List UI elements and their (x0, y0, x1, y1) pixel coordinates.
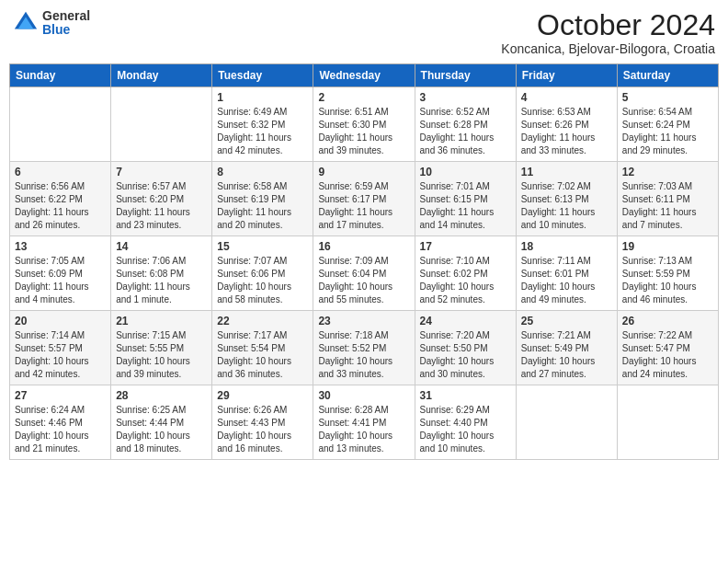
day-info: Sunrise: 7:17 AMSunset: 5:54 PMDaylight:… (217, 329, 308, 381)
calendar-day-cell: 19Sunrise: 7:13 AMSunset: 5:59 PMDayligh… (617, 236, 718, 311)
calendar-day-cell (516, 385, 617, 460)
calendar-day-cell: 4Sunrise: 6:53 AMSunset: 6:26 PMDaylight… (516, 87, 617, 162)
day-info: Sunrise: 6:29 AMSunset: 4:40 PMDaylight:… (420, 404, 511, 455)
calendar-week-row: 20Sunrise: 7:14 AMSunset: 5:57 PMDayligh… (10, 311, 719, 385)
calendar-day-cell: 6Sunrise: 6:56 AMSunset: 6:22 PMDaylight… (10, 162, 111, 236)
day-info: Sunrise: 7:21 AMSunset: 5:49 PMDaylight:… (521, 329, 612, 381)
day-number: 18 (521, 240, 612, 253)
day-info: Sunrise: 7:07 AMSunset: 6:06 PMDaylight:… (217, 255, 308, 306)
calendar-day-cell: 14Sunrise: 7:06 AMSunset: 6:08 PMDayligh… (111, 236, 212, 311)
logo-icon (13, 10, 39, 36)
weekday-header-thursday: Thursday (415, 64, 516, 87)
calendar-day-cell (111, 87, 212, 162)
day-number: 13 (15, 240, 106, 253)
calendar-day-cell: 31Sunrise: 6:29 AMSunset: 4:40 PMDayligh… (415, 385, 516, 460)
day-number: 17 (420, 240, 511, 253)
day-number: 20 (15, 315, 106, 327)
day-info: Sunrise: 7:22 AMSunset: 5:47 PMDaylight:… (622, 329, 713, 381)
day-number: 27 (15, 389, 106, 402)
day-number: 31 (420, 389, 511, 402)
day-info: Sunrise: 6:49 AMSunset: 6:32 PMDaylight:… (217, 106, 308, 157)
day-number: 29 (217, 389, 308, 402)
day-info: Sunrise: 7:20 AMSunset: 5:50 PMDaylight:… (420, 329, 511, 381)
calendar-day-cell: 21Sunrise: 7:15 AMSunset: 5:55 PMDayligh… (111, 311, 212, 385)
month-title: October 2024 (501, 9, 715, 41)
day-number: 28 (116, 389, 207, 402)
day-number: 19 (622, 240, 713, 253)
logo-blue: Blue (42, 23, 90, 37)
weekday-header-row: SundayMondayTuesdayWednesdayThursdayFrid… (10, 64, 719, 87)
day-number: 16 (318, 240, 409, 253)
calendar-day-cell: 27Sunrise: 6:24 AMSunset: 4:46 PMDayligh… (10, 385, 111, 460)
weekday-header-saturday: Saturday (617, 64, 718, 87)
day-number: 9 (318, 166, 409, 178)
day-info: Sunrise: 6:26 AMSunset: 4:43 PMDaylight:… (217, 404, 308, 455)
calendar-day-cell: 22Sunrise: 7:17 AMSunset: 5:54 PMDayligh… (212, 311, 313, 385)
day-info: Sunrise: 6:56 AMSunset: 6:22 PMDaylight:… (15, 180, 106, 232)
calendar-day-cell: 10Sunrise: 7:01 AMSunset: 6:15 PMDayligh… (415, 162, 516, 236)
day-info: Sunrise: 7:06 AMSunset: 6:08 PMDaylight:… (116, 255, 207, 306)
calendar-week-row: 13Sunrise: 7:05 AMSunset: 6:09 PMDayligh… (10, 236, 719, 311)
calendar-day-cell: 26Sunrise: 7:22 AMSunset: 5:47 PMDayligh… (617, 311, 718, 385)
day-info: Sunrise: 7:10 AMSunset: 6:02 PMDaylight:… (420, 255, 511, 306)
location: Koncanica, Bjelovar-Bilogora, Croatia (501, 41, 715, 56)
title-block: October 2024 Koncanica, Bjelovar-Bilogor… (501, 9, 715, 56)
weekday-header-monday: Monday (111, 64, 212, 87)
calendar-week-row: 1Sunrise: 6:49 AMSunset: 6:32 PMDaylight… (10, 87, 719, 162)
calendar-day-cell (617, 385, 718, 460)
calendar-table: SundayMondayTuesdayWednesdayThursdayFrid… (9, 63, 719, 460)
day-info: Sunrise: 7:14 AMSunset: 5:57 PMDaylight:… (15, 329, 106, 381)
weekday-header-friday: Friday (516, 64, 617, 87)
day-number: 15 (217, 240, 308, 253)
day-info: Sunrise: 7:02 AMSunset: 6:13 PMDaylight:… (521, 180, 612, 232)
calendar-day-cell: 3Sunrise: 6:52 AMSunset: 6:28 PMDaylight… (415, 87, 516, 162)
calendar-day-cell: 17Sunrise: 7:10 AMSunset: 6:02 PMDayligh… (415, 236, 516, 311)
logo-text: General Blue (42, 9, 90, 38)
day-number: 10 (420, 166, 511, 178)
day-info: Sunrise: 7:09 AMSunset: 6:04 PMDaylight:… (318, 255, 409, 306)
calendar-day-cell: 9Sunrise: 6:59 AMSunset: 6:17 PMDaylight… (313, 162, 415, 236)
page-header: General Blue October 2024 Koncanica, Bje… (9, 9, 719, 56)
calendar-day-cell: 7Sunrise: 6:57 AMSunset: 6:20 PMDaylight… (111, 162, 212, 236)
calendar-day-cell: 12Sunrise: 7:03 AMSunset: 6:11 PMDayligh… (617, 162, 718, 236)
calendar-week-row: 6Sunrise: 6:56 AMSunset: 6:22 PMDaylight… (10, 162, 719, 236)
day-number: 14 (116, 240, 207, 253)
day-number: 21 (116, 315, 207, 327)
calendar-day-cell: 24Sunrise: 7:20 AMSunset: 5:50 PMDayligh… (415, 311, 516, 385)
calendar-day-cell: 29Sunrise: 6:26 AMSunset: 4:43 PMDayligh… (212, 385, 313, 460)
day-info: Sunrise: 7:13 AMSunset: 5:59 PMDaylight:… (622, 255, 713, 306)
day-info: Sunrise: 6:54 AMSunset: 6:24 PMDaylight:… (622, 106, 713, 157)
weekday-header-sunday: Sunday (10, 64, 111, 87)
calendar-day-cell: 2Sunrise: 6:51 AMSunset: 6:30 PMDaylight… (313, 87, 415, 162)
calendar-day-cell: 5Sunrise: 6:54 AMSunset: 6:24 PMDaylight… (617, 87, 718, 162)
day-number: 1 (217, 91, 308, 104)
day-info: Sunrise: 7:05 AMSunset: 6:09 PMDaylight:… (15, 255, 106, 306)
day-number: 11 (521, 166, 612, 178)
logo: General Blue (13, 9, 90, 38)
day-info: Sunrise: 6:24 AMSunset: 4:46 PMDaylight:… (15, 404, 106, 455)
calendar-day-cell: 1Sunrise: 6:49 AMSunset: 6:32 PMDaylight… (212, 87, 313, 162)
day-number: 25 (521, 315, 612, 327)
day-number: 12 (622, 166, 713, 178)
weekday-header-wednesday: Wednesday (313, 64, 415, 87)
day-info: Sunrise: 7:15 AMSunset: 5:55 PMDaylight:… (116, 329, 207, 381)
day-number: 7 (116, 166, 207, 178)
day-info: Sunrise: 7:01 AMSunset: 6:15 PMDaylight:… (420, 180, 511, 232)
day-info: Sunrise: 6:59 AMSunset: 6:17 PMDaylight:… (318, 180, 409, 232)
calendar-day-cell: 13Sunrise: 7:05 AMSunset: 6:09 PMDayligh… (10, 236, 111, 311)
day-info: Sunrise: 6:28 AMSunset: 4:41 PMDaylight:… (318, 404, 409, 455)
calendar-day-cell: 11Sunrise: 7:02 AMSunset: 6:13 PMDayligh… (516, 162, 617, 236)
calendar-day-cell: 8Sunrise: 6:58 AMSunset: 6:19 PMDaylight… (212, 162, 313, 236)
day-number: 3 (420, 91, 511, 104)
weekday-header-tuesday: Tuesday (212, 64, 313, 87)
calendar-day-cell: 16Sunrise: 7:09 AMSunset: 6:04 PMDayligh… (313, 236, 415, 311)
day-number: 22 (217, 315, 308, 327)
calendar-day-cell: 30Sunrise: 6:28 AMSunset: 4:41 PMDayligh… (313, 385, 415, 460)
calendar-day-cell: 28Sunrise: 6:25 AMSunset: 4:44 PMDayligh… (111, 385, 212, 460)
day-info: Sunrise: 6:51 AMSunset: 6:30 PMDaylight:… (318, 106, 409, 157)
calendar-day-cell: 25Sunrise: 7:21 AMSunset: 5:49 PMDayligh… (516, 311, 617, 385)
day-info: Sunrise: 7:18 AMSunset: 5:52 PMDaylight:… (318, 329, 409, 381)
day-number: 2 (318, 91, 409, 104)
logo-general: General (42, 9, 90, 23)
day-info: Sunrise: 6:52 AMSunset: 6:28 PMDaylight:… (420, 106, 511, 157)
